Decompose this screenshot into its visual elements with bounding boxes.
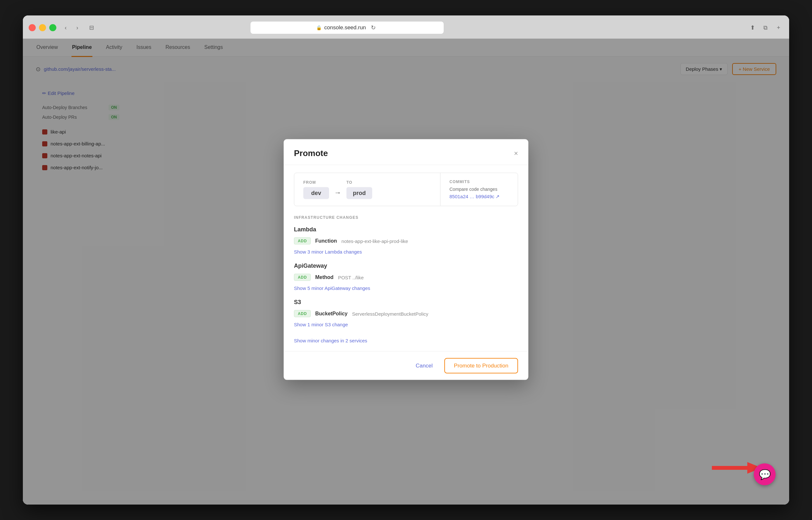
minimize-traffic-light[interactable] xyxy=(39,24,46,31)
s3-change-type: BucketPolicy xyxy=(315,311,348,317)
to-column: TO prod xyxy=(347,180,372,199)
cancel-button[interactable]: Cancel xyxy=(410,359,438,372)
lambda-change-detail: notes-app-ext-like-api-prod-like xyxy=(341,238,408,243)
share-button[interactable]: ⬆ xyxy=(748,23,758,32)
from-label: FROM xyxy=(303,180,329,184)
flow-commits: COMMITS Compare code changes 8501a24 … b… xyxy=(440,173,518,206)
from-env-badge: dev xyxy=(303,187,329,199)
lambda-section: Lambda ADD Function notes-app-ext-like-a… xyxy=(294,226,518,255)
traffic-lights xyxy=(29,24,56,31)
add-badge-lambda: ADD xyxy=(294,237,311,244)
s3-show-more[interactable]: Show 1 minor S3 change xyxy=(294,322,348,327)
maximize-traffic-light[interactable] xyxy=(49,24,56,31)
lambda-change-row: ADD Function notes-app-ext-like-api-prod… xyxy=(294,237,518,244)
modal-header: Promote × xyxy=(284,139,528,165)
flow-from-to: FROM dev → TO prod xyxy=(294,173,440,206)
commits-link[interactable]: 8501a24 … b99d49c ↗ xyxy=(450,194,509,200)
from-column: FROM dev xyxy=(303,180,329,199)
show-services-link[interactable]: Show minor changes in 2 services xyxy=(294,338,367,343)
lambda-title: Lambda xyxy=(294,226,518,233)
apigateway-section: ApiGateway ADD Method POST ../like Show … xyxy=(294,263,518,291)
page-content: Overview Pipeline Activity Issues Resour… xyxy=(23,38,789,504)
add-badge-apigateway: ADD xyxy=(294,274,311,281)
apigateway-change-type: Method xyxy=(315,275,334,280)
forward-button[interactable]: › xyxy=(72,23,82,32)
browser-actions: ⬆ ⧉ + xyxy=(748,23,783,32)
back-button[interactable]: ‹ xyxy=(61,23,71,32)
apigateway-change-detail: POST ../like xyxy=(338,275,364,280)
to-label: TO xyxy=(347,180,372,184)
apigateway-show-more[interactable]: Show 5 minor ApiGateway changes xyxy=(294,285,370,291)
lock-icon: 🔒 xyxy=(316,25,322,30)
s3-section: S3 ADD BucketPolicy ServerlessDeployment… xyxy=(294,299,518,328)
address-bar[interactable]: 🔒 console.seed.run ↻ xyxy=(251,22,444,34)
apigateway-change-row: ADD Method POST ../like xyxy=(294,274,518,281)
modal-close-button[interactable]: × xyxy=(514,150,518,157)
new-tab-button[interactable]: ⧉ xyxy=(761,23,770,32)
lambda-show-more[interactable]: Show 3 minor Lambda changes xyxy=(294,249,362,255)
infra-section-label: INFRASTRUCTURE CHANGES xyxy=(294,215,518,220)
browser-chrome: ‹ › ⊟ 🔒 console.seed.run ↻ ⬆ ⧉ + xyxy=(23,16,789,38)
modal-title: Promote xyxy=(294,148,328,158)
add-tab-button[interactable]: + xyxy=(774,23,783,32)
lambda-change-type: Function xyxy=(315,238,337,244)
close-traffic-light[interactable] xyxy=(29,24,36,31)
promote-modal: Promote × FROM dev → TO prod xyxy=(284,139,528,380)
add-badge-s3: ADD xyxy=(294,310,311,317)
nav-buttons: ‹ › xyxy=(61,23,82,32)
s3-change-detail: ServerlessDeploymentBucketPolicy xyxy=(352,311,428,316)
s3-change-row: ADD BucketPolicy ServerlessDeploymentBuc… xyxy=(294,310,518,317)
svg-rect-0 xyxy=(712,466,747,470)
to-env-badge: prod xyxy=(347,187,372,199)
commits-compare-label: Compare code changes xyxy=(450,187,509,192)
apigateway-title: ApiGateway xyxy=(294,263,518,269)
chat-icon: 💬 xyxy=(759,469,771,480)
promote-to-production-button[interactable]: Promote to Production xyxy=(444,358,518,373)
modal-footer: Cancel Promote to Production xyxy=(284,352,528,380)
refresh-button[interactable]: ↻ xyxy=(369,23,378,32)
url-text: console.seed.run xyxy=(324,24,366,31)
chat-widget[interactable]: 💬 xyxy=(754,463,776,485)
modal-body: FROM dev → TO prod COMMITS Compare code … xyxy=(284,165,528,352)
commits-title: COMMITS xyxy=(450,180,509,184)
arrow-icon: → xyxy=(334,188,341,197)
promote-flow: FROM dev → TO prod COMMITS Compare code … xyxy=(294,173,518,206)
s3-title: S3 xyxy=(294,299,518,306)
sidebar-toggle-button[interactable]: ⊟ xyxy=(86,23,96,32)
browser-window: ‹ › ⊟ 🔒 console.seed.run ↻ ⬆ ⧉ + Overvie… xyxy=(23,16,789,504)
